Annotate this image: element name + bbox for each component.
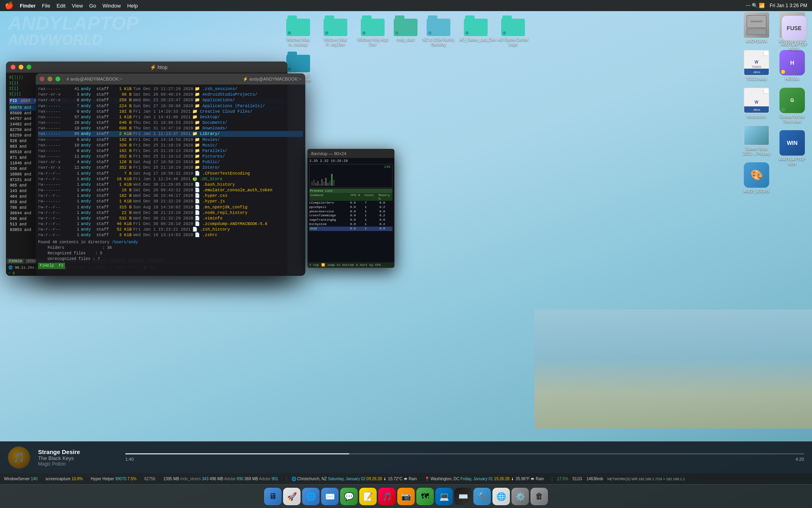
icon-label: notes.docx	[747, 114, 766, 119]
close-button[interactable]	[11, 65, 15, 69]
icon-label: Screen Shot 2021-...PM.png	[740, 146, 773, 156]
folder-nwjs[interactable]: nwjs_start	[393, 14, 419, 48]
album-art: 🎵	[8, 446, 30, 469]
maximize-button[interactable]	[56, 77, 60, 81]
dock-vscode[interactable]: 💻	[435, 488, 453, 505]
current-time: 1:40	[125, 457, 134, 462]
dock-notes[interactable]: 📝	[359, 488, 377, 505]
folder-label: Witches Way P...ing Dev	[319, 37, 352, 47]
dock-photos[interactable]: 📷	[397, 488, 415, 505]
background-pier	[534, 310, 812, 429]
folder-au-game-center[interactable]: AU Game Center Logo	[496, 14, 530, 48]
folder-label: Witches Way A...backup	[282, 37, 314, 47]
dock-mail[interactable]: ✉️	[321, 488, 339, 505]
menu-edit[interactable]: Edit	[57, 3, 65, 9]
folder-label: nwjs_start	[396, 37, 414, 42]
status-location2: 📍 Washington, DC Friday, January 01 15:2…	[425, 477, 544, 481]
close-button[interactable]	[40, 77, 44, 81]
vtop-cpu: 14%	[384, 165, 391, 169]
artist-name: The Black Keys	[38, 455, 117, 461]
progress-bar-background	[125, 453, 804, 454]
desktop-folders-row: Witches Way A...backup Witches Way P...i…	[278, 11, 555, 87]
vtop-col-cpu: CPU %	[350, 193, 364, 200]
folder-label: NZ to USA Family Banking	[422, 37, 455, 47]
dock-trash[interactable]: 🗑	[530, 488, 548, 505]
status-location: 🌐 Christchurch, NZ Saturday, January 02 …	[286, 477, 417, 481]
vtop-titlebar: /bin/vtop — 80×24	[308, 149, 394, 158]
status-size1: 1395 MB mds_stores 343 496 MB Adobe 890 …	[163, 477, 278, 481]
song-title: Strange Desire	[38, 448, 117, 455]
icon-label: TODO.docx	[746, 77, 767, 81]
window-title: ⚡ htop	[34, 64, 283, 70]
song-info: Strange Desire The Black Keys Magic Poti…	[38, 448, 117, 467]
dock-chrome[interactable]: 🌐	[492, 488, 510, 505]
icon-label: ANDYLAPTOP FUSE	[781, 42, 808, 52]
icon-label: HEVGA	[785, 77, 799, 81]
menu-window[interactable]: Window	[102, 3, 121, 9]
menu-finder[interactable]: Finder	[20, 3, 36, 9]
dock-maps[interactable]: 🗺	[416, 488, 434, 505]
icon-todo-docx[interactable]: W TODO .docx TODO.docx	[739, 49, 774, 83]
status-screencapture: screencapture 10.8%	[46, 477, 83, 481]
folder-label: Witches Way App Dev	[356, 37, 389, 47]
maximize-button[interactable]	[27, 65, 31, 69]
apple-menu[interactable]: 🍎	[5, 1, 13, 10]
menubar-icons: ⋯ 🔍 📶	[746, 3, 765, 8]
logo-text-1: ANDYLAPTOP	[8, 14, 139, 33]
status-windowserver: WindowServer 140	[4, 477, 38, 481]
folder-witches-appdev[interactable]: Witches Way App Dev	[355, 14, 390, 48]
terminal2-window: # andy@ANDYMACBOOK:~ ⚡ andy@ANDYMACBOOK:…	[36, 73, 305, 276]
vtop-title: /bin/vtop — 80×24	[311, 151, 347, 156]
folder-au-game-lab[interactable]: AU_Game_Lab_Dev	[458, 14, 493, 48]
icon-screenshot[interactable]: Screen Shot 2021-...PM.png	[739, 124, 774, 157]
folder-banking[interactable]: NZ to USA Family Banking	[421, 14, 456, 48]
dock-launchpad[interactable]: 🚀	[283, 488, 301, 505]
folder-witches-backup[interactable]: Witches Way A...backup	[281, 14, 316, 48]
album-name: Magic Potion	[38, 461, 117, 467]
vtop-bottom: ⬆ top ⏩ Jump to bottom ⇅ Sort by CPU	[308, 262, 394, 267]
htop-titlebar: ⚡ htop	[6, 62, 287, 73]
minimize-button[interactable]	[48, 77, 52, 81]
menu-help[interactable]: Help	[127, 3, 138, 9]
icon-label: ANDY_ICONS	[743, 189, 769, 194]
icon-label: ANDYDATA	[746, 39, 767, 44]
vtop-window: /bin/vtop — 80×24 2.35 2.32 15:26:29 14%	[307, 149, 395, 268]
logo-area: ANDYLAPTOP ANDYWORLD	[8, 14, 139, 47]
menu-go[interactable]: Go	[89, 3, 96, 9]
folder-witches-paging[interactable]: Witches Way P...ing Dev	[318, 14, 353, 48]
menubar: 🍎 Finder File Edit View Go Window Help ⋯…	[0, 0, 812, 11]
minimize-button[interactable]	[19, 65, 23, 69]
icon-games-soul[interactable]: G Games Wi the Soul alias	[774, 87, 810, 125]
desktop: ANDYLAPTOP ANDYWORLD Witches Way A...bac…	[0, 0, 812, 508]
status-mem: 82756	[144, 477, 155, 481]
progress-bar-fill	[125, 453, 349, 454]
terminal2-titlebar: # andy@ANDYMACBOOK:~ ⚡ andy@ANDYMACBOOK:…	[36, 73, 305, 85]
terminal2-title: # andy@ANDYMACBOOK:~	[67, 77, 122, 81]
dock-finder[interactable]: 🖥	[264, 488, 282, 505]
dock-safari[interactable]: 🌐	[302, 488, 320, 505]
menu-file[interactable]: File	[42, 3, 50, 9]
time-info: 1:40 4:20	[125, 457, 804, 462]
menu-view[interactable]: View	[72, 3, 83, 9]
dock-music[interactable]: 🎵	[378, 488, 396, 505]
icon-label: Games Wi the Soul alias	[776, 114, 808, 124]
dock-messages[interactable]: 💬	[340, 488, 358, 505]
vtop-stats: 2.35 2.32 15:26:29	[309, 159, 393, 163]
dock-terminal[interactable]: ⌨️	[454, 488, 472, 505]
folder-label: AU Game Center Logo	[497, 37, 529, 47]
terminal2-title2: ⚡ andy@ANDYMACBOOK:~	[243, 77, 301, 82]
dock: 🖥 🚀 🌐 ✉️ 💬 📝 🎵 📷 🗺 💻 ⌨️ 🔨 🌐 ⚙️ 🗑	[0, 484, 812, 508]
icon-andy-icons[interactable]: 🎨 ANDY_ICONS	[739, 161, 774, 195]
icon-andydata[interactable]: ANDYDATA	[739, 11, 774, 45]
dock-settings[interactable]: ⚙️	[511, 488, 529, 505]
progress-area[interactable]: 1:40 4:20	[125, 453, 804, 462]
folder-label: AU_Game_Lab_Dev	[460, 37, 492, 42]
icon-fuse[interactable]: FUSE ANDYLAPTOP FUSE	[779, 14, 809, 53]
music-player: 🎵 Strange Desire The Black Keys Magic Po…	[0, 441, 812, 473]
vtop-col-count: Count	[364, 193, 377, 200]
dock-xcode[interactable]: 🔨	[473, 488, 491, 505]
icon-notes-docx[interactable]: W .docx notes.docx	[739, 87, 774, 120]
icon-label: ANDYLAPTOP WIN	[776, 157, 808, 166]
icon-andylaptop-win[interactable]: WIN ANDYLAPTOP WIN	[774, 129, 810, 167]
vtop-col-cmd: Command	[310, 193, 350, 200]
